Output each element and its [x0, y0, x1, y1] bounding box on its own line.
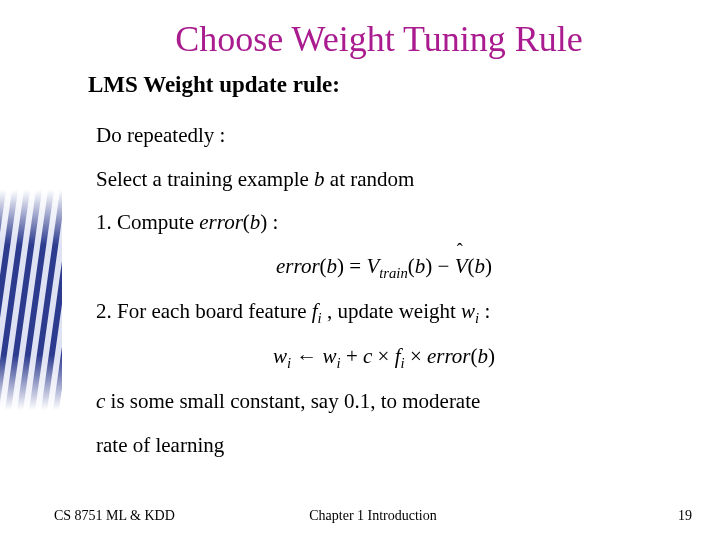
sub-train: train — [379, 265, 408, 281]
text: Select a training example — [96, 167, 314, 191]
slide-title: Choose Weight Tuning Rule — [86, 18, 672, 60]
minus: − — [432, 254, 454, 278]
var-w: w — [273, 344, 287, 368]
error-fn: error — [427, 344, 471, 368]
text: 1. Compute — [96, 210, 199, 234]
var-c: c — [363, 344, 372, 368]
var-b: b — [314, 167, 325, 191]
footer-left: CS 8751 ML & KDD — [54, 508, 175, 524]
equals: = — [344, 254, 366, 278]
var-b: b — [474, 254, 485, 278]
svg-rect-3 — [0, 190, 62, 410]
text: , update weight — [322, 299, 461, 323]
times: × — [372, 344, 394, 368]
var-w: w — [323, 344, 337, 368]
slide: Choose Weight Tuning Rule LMS Weight upd… — [0, 0, 720, 540]
equation-error: error(b) = Vtrain(b) − V(b) — [96, 251, 672, 284]
text: at random — [325, 167, 415, 191]
var-b: b — [250, 210, 261, 234]
slide-body: Do repeatedly : Select a training exampl… — [96, 120, 672, 461]
var-b: b — [478, 344, 489, 368]
colon: : — [479, 299, 490, 323]
times: × — [405, 344, 427, 368]
var-b: b — [415, 254, 426, 278]
plus: + — [341, 344, 363, 368]
line-step2: 2. For each board feature fi , update we… — [96, 296, 672, 329]
line-step1: 1. Compute error(b) : — [96, 207, 672, 239]
line-note1: c is some small constant, say 0.1, to mo… — [96, 386, 672, 418]
line-repeat: Do repeatedly : — [96, 120, 672, 152]
equation-update: wi ← wi + c × fi × error(b) — [96, 341, 672, 374]
assign-arrow: ← — [291, 344, 323, 368]
text: 2. For each board feature — [96, 299, 312, 323]
decorative-stripes — [0, 190, 62, 410]
text: is some small constant, say 0.1, to mode… — [105, 389, 480, 413]
var-w: w — [461, 299, 475, 323]
error-fn: error — [276, 254, 320, 278]
svg-rect-4 — [0, 190, 62, 410]
footer-page-number: 19 — [678, 508, 692, 524]
line-note2: rate of learning — [96, 430, 672, 462]
var-b: b — [327, 254, 338, 278]
var-V: V — [366, 254, 379, 278]
var-Vhat: V — [455, 251, 468, 283]
error-fn: error — [199, 210, 243, 234]
subtitle: LMS Weight update rule: — [88, 72, 672, 98]
line-select: Select a training example b at random — [96, 164, 672, 196]
slide-footer: CS 8751 ML & KDD Chapter 1 Introduction … — [0, 508, 720, 524]
var-c: c — [96, 389, 105, 413]
